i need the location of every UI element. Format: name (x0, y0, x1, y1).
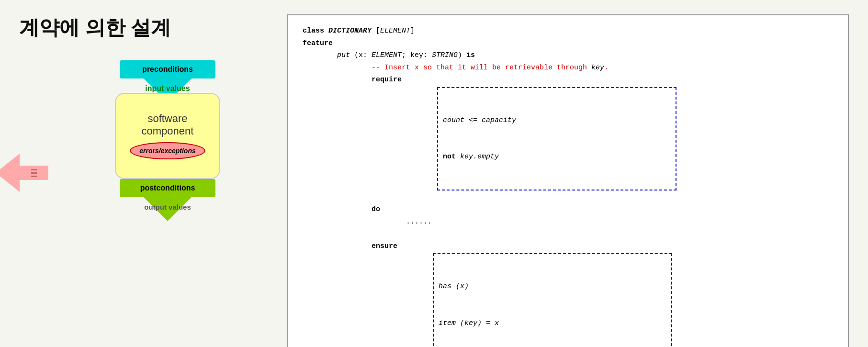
ensure-line1: has (x) (439, 280, 666, 293)
arrow-line (31, 169, 37, 170)
component-text-line2: component (142, 125, 194, 137)
output-values-label: output values (144, 203, 191, 211)
input-values-label: input values (145, 84, 190, 93)
side-effects-area: side effects (0, 154, 48, 192)
errors-ellipse: errors/exceptions (130, 142, 205, 159)
require-line1: count <= capacity (443, 114, 671, 127)
ensure-line2: item (key) = x (439, 317, 666, 330)
arrow-head-icon (0, 154, 20, 192)
arrow-line (31, 176, 37, 177)
output-arrow-group: output values (144, 197, 192, 211)
diagram: side effects preconditions input values (48, 60, 287, 211)
code-do-label: do (303, 203, 834, 216)
arrow-lines-icon (31, 169, 37, 177)
require-dashed-box: count <= capacity not key.empty (437, 87, 676, 190)
code-line-comment: -- Insert x so that it will be retrievab… (303, 62, 834, 74)
code-line-2: feature (303, 37, 834, 50)
component-text-line1: software (142, 112, 194, 125)
code-line-1: class DICTIONARY [ELEMENT] (303, 25, 834, 37)
arrow-line (31, 172, 37, 174)
code-require-label: require count <= capacity not key.empty (303, 74, 834, 203)
require-line2: not key.empty (443, 151, 671, 163)
page-title: 계약에 의한 설계 (19, 14, 171, 41)
preconditions-box: preconditions (120, 60, 215, 78)
side-effects-arrow (0, 154, 48, 192)
component-box: software component errors/exceptions (115, 93, 220, 179)
arrow-body (20, 166, 48, 180)
ensure-dashed-box: has (x) item (key) = x count = old count… (433, 253, 672, 347)
component-text: software component (142, 112, 194, 137)
postconditions-box: postconditions (120, 179, 215, 197)
code-dots: ...... (303, 216, 834, 228)
code-ensure-label: ensure has (x) item (key) = x count = ol… (303, 240, 834, 347)
code-line-3: put (x: ELEMENT; key: STRING) is (303, 49, 834, 62)
left-panel: 계약에 의한 설계 side effects preconditions i (19, 14, 259, 211)
input-arrow-group: input values (144, 78, 192, 93)
errors-label: errors/exceptions (139, 147, 196, 155)
code-panel: class DICTIONARY [ELEMENT] feature put (… (287, 14, 849, 347)
postconditions-group: postconditions output values (120, 179, 215, 211)
